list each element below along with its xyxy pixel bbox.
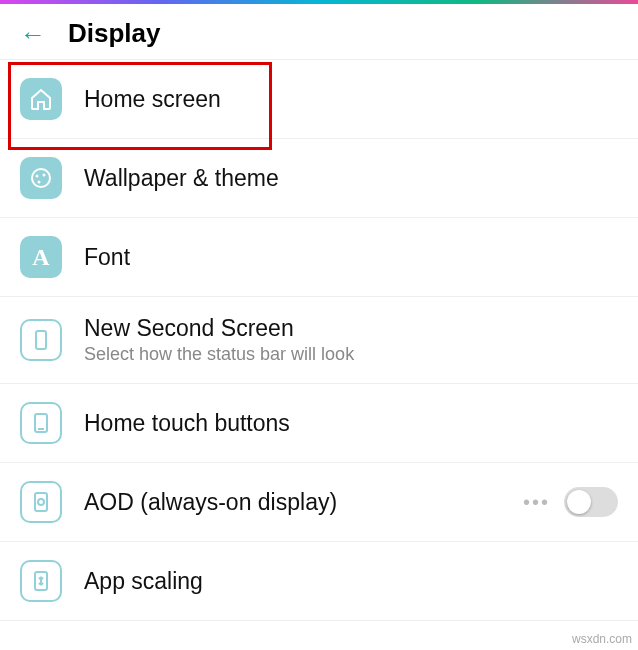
row-actions: •••: [523, 487, 618, 517]
row-app-scaling[interactable]: App scaling: [0, 541, 638, 621]
row-label: Home touch buttons: [84, 410, 618, 437]
touch-buttons-icon: [20, 402, 62, 444]
home-icon: [20, 78, 62, 120]
palette-icon: [20, 157, 62, 199]
font-icon: A: [20, 236, 62, 278]
row-home-screen[interactable]: Home screen: [0, 59, 638, 138]
aod-toggle[interactable]: [564, 487, 618, 517]
row-label: Home screen: [84, 86, 618, 113]
row-sublabel: Select how the status bar will look: [84, 344, 618, 365]
more-icon[interactable]: •••: [523, 491, 550, 514]
row-touch-buttons[interactable]: Home touch buttons: [0, 383, 638, 462]
svg-point-8: [38, 499, 44, 505]
svg-point-1: [36, 175, 39, 178]
svg-point-3: [38, 181, 41, 184]
row-label: Font: [84, 244, 618, 271]
aod-icon: [20, 481, 62, 523]
settings-list: Home screen Wallpaper & theme A Font New…: [0, 59, 638, 621]
watermark: wsxdn.com: [572, 632, 632, 646]
row-font[interactable]: A Font: [0, 217, 638, 296]
scaling-icon: [20, 560, 62, 602]
phone-icon: [20, 319, 62, 361]
svg-rect-7: [35, 493, 47, 511]
back-arrow-icon[interactable]: ←: [20, 21, 46, 47]
row-aod[interactable]: AOD (always-on display) •••: [0, 462, 638, 541]
header: ← Display: [0, 4, 638, 59]
row-label: AOD (always-on display): [84, 489, 501, 516]
row-label: App scaling: [84, 568, 618, 595]
row-label: Wallpaper & theme: [84, 165, 618, 192]
row-label: New Second Screen: [84, 315, 618, 342]
row-second-screen[interactable]: New Second Screen Select how the status …: [0, 296, 638, 383]
svg-rect-4: [36, 331, 46, 349]
page-title: Display: [68, 18, 161, 49]
svg-point-2: [43, 174, 46, 177]
row-wallpaper[interactable]: Wallpaper & theme: [0, 138, 638, 217]
svg-point-0: [32, 169, 50, 187]
